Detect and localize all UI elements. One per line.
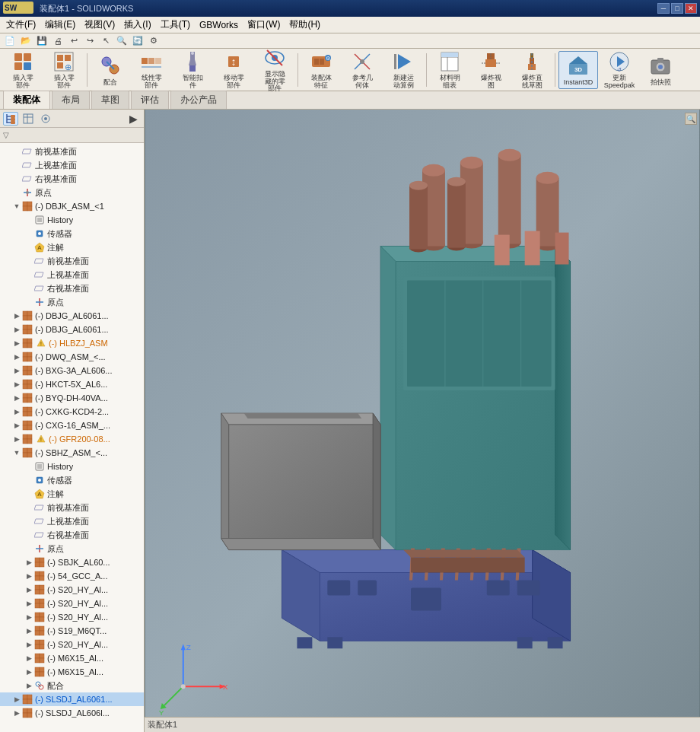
tree-item-annot1[interactable]: A 注解 — [0, 240, 144, 254]
toolbar-insert-parts2[interactable]: ⊕ 插入零部件 — [44, 51, 84, 89]
toolbar-linear-parts[interactable]: 线性零部件 — [132, 51, 171, 89]
tree-item-hkct[interactable]: ▶ (-) HKCT-5X_AL6... — [0, 377, 144, 391]
qt-save[interactable]: 💾 — [35, 34, 49, 48]
qt-options[interactable]: ⚙ — [147, 34, 161, 48]
svg-rect-169 — [35, 599, 40, 603]
tree-item-gfr200[interactable]: ▶ ! (-) GFR200-08... — [0, 432, 144, 446]
svg-rect-82 — [27, 206, 32, 211]
tree-item-sensor1[interactable]: 传感器 — [0, 227, 144, 240]
tree-item-right-plane3[interactable]: 右视基准面 — [0, 528, 144, 542]
qt-open[interactable]: 📂 — [19, 34, 33, 48]
menu-edit[interactable]: 编辑(E) — [40, 17, 80, 33]
svg-rect-186 — [40, 654, 44, 658]
svg-point-238 — [460, 157, 483, 169]
qt-print[interactable]: 🖨 — [51, 34, 65, 48]
tree-item-front-plane2[interactable]: 前视基准面 — [0, 254, 144, 268]
tree-item-right-plane[interactable]: 右视基准面 — [0, 172, 144, 186]
tree-item-m6x15-2[interactable]: ▶ (-) M6X15_Al... — [0, 665, 144, 679]
toolbar-bom[interactable]: 材料明细表 — [430, 51, 469, 89]
menu-gbworks[interactable]: GBWorks — [195, 18, 243, 32]
toolbar-insert-parts[interactable]: + 插入零部件 — [3, 51, 43, 89]
toolbar-smart-fastener[interactable]: 智能扣件 — [173, 51, 212, 89]
qt-redo[interactable]: ↪ — [83, 34, 97, 48]
tree-item-history2[interactable]: History — [0, 460, 144, 473]
toolbar-mate[interactable]: 配合 — [91, 51, 130, 89]
tree-item-sensor2[interactable]: 传感器 — [0, 473, 144, 487]
menu-tools[interactable]: 工具(T) — [156, 17, 195, 33]
tree-item-annot2[interactable]: A 注解 — [0, 487, 144, 501]
menu-insert[interactable]: 插入(I) — [119, 17, 155, 33]
tab-office[interactable]: 办公产品 — [170, 91, 227, 109]
toolbar-ref-geometry[interactable]: 参考几何体 — [342, 51, 382, 89]
svg-rect-177 — [35, 626, 40, 631]
toolbar-show-hidden[interactable]: 显示隐藏的零部件 — [255, 51, 294, 89]
toolbar-assembly-feature[interactable]: ⚙ 装配体特征 — [301, 51, 341, 89]
svg-point-78 — [26, 191, 29, 194]
menu-file[interactable]: 文件(F) — [2, 17, 40, 33]
maximize-button[interactable]: □ — [671, 3, 683, 14]
tab-assemble[interactable]: 装配体 — [3, 91, 50, 109]
close-button[interactable]: ✕ — [685, 3, 697, 14]
qt-select[interactable]: ↖ — [99, 34, 113, 48]
tree-item-sbhz[interactable]: ▼ (-) SBHZ_ASM_<... — [0, 446, 144, 460]
toolbar-explode-view[interactable]: 爆炸视图 — [471, 51, 511, 89]
tree-item-cxkg[interactable]: ▶ (-) CXKG-KCD4-2... — [0, 405, 144, 419]
tree-item-s20-1[interactable]: ▶ (-) S20_HY_Al... — [0, 583, 144, 597]
toolbar-speedpak[interactable]: ↺ 更新Speedpak — [600, 51, 639, 89]
tree-item-origin3[interactable]: 原点 — [0, 542, 144, 555]
tree-item-origin[interactable]: 原点 — [0, 186, 144, 199]
tree-item-s20-2[interactable]: ▶ (-) S20_HY_Al... — [0, 597, 144, 610]
svg-marker-262 — [403, 550, 525, 558]
qt-rebuild[interactable]: 🔄 — [131, 34, 145, 48]
tab-evaluate[interactable]: 评估 — [131, 91, 169, 109]
tree-item-top-plane2[interactable]: 上视基准面 — [0, 268, 144, 282]
qt-zoom-fit[interactable]: 🔍 — [115, 34, 129, 48]
tree-item-sbjk[interactable]: ▶ (-) SBJK_AL60... — [0, 555, 144, 569]
tree-item-dbjk-asm[interactable]: ▼ (-) DBJK_ASM_<1 — [0, 199, 144, 213]
tree-item-hlbzj[interactable]: ▶ ! (-) HLBZJ_ASM — [0, 336, 144, 350]
tree-item-s20-4[interactable]: ▶ (-) S20_HY_Al... — [0, 638, 144, 651]
tree-item-bxg[interactable]: ▶ (-) BXG-3A_AL606... — [0, 364, 144, 377]
tree-item-history1[interactable]: History — [0, 213, 144, 227]
toolbar-move-parts[interactable]: ↕ 移动零部件 — [214, 51, 253, 89]
tree-item-top-plane3[interactable]: 上视基准面 — [0, 514, 144, 528]
tree-item-mate[interactable]: ▶ 配合 — [0, 679, 144, 692]
tree-item-m6x15-1[interactable]: ▶ (-) M6X15_Al... — [0, 651, 144, 665]
tree-item-front-plane3[interactable]: 前视基准面 — [0, 501, 144, 514]
minimize-button[interactable]: ─ — [657, 3, 670, 14]
config-icon[interactable] — [38, 112, 53, 126]
feature-tree[interactable]: 前视基准面 上视基准面 右视基准面 — [0, 143, 144, 732]
tree-item-s19[interactable]: ▶ (-) S19_M6QT... — [0, 624, 144, 638]
tree-item-top-plane[interactable]: 上视基准面 — [0, 158, 144, 172]
zoom-indicator[interactable]: 🔍 — [685, 113, 697, 125]
tree-item-dwq[interactable]: ▶ (-) DWQ_ASM_<... — [0, 350, 144, 364]
svg-rect-111 — [27, 352, 32, 357]
tree-item-54gcc[interactable]: ▶ (-) 54_GCC_A... — [0, 569, 144, 583]
qt-new[interactable]: 📄 — [3, 34, 17, 48]
toolbar-explode-line[interactable]: 爆炸直线草图 — [512, 51, 552, 89]
tree-item-s20-3[interactable]: ▶ (-) S20_HY_Al... — [0, 610, 144, 624]
tree-item-slsdj2[interactable]: ▶ (-) SLSDJ_AL606l... — [0, 706, 144, 720]
expand-panel-icon[interactable]: ▶ — [126, 112, 141, 126]
feature-tree-icon[interactable] — [3, 112, 18, 126]
tree-item-slsdj1[interactable]: ▶ (-) SLSDJ_AL6061... — [0, 692, 144, 706]
tab-layout[interactable]: 布局 — [52, 91, 90, 109]
menu-view[interactable]: 视图(V) — [80, 17, 119, 33]
menu-window[interactable]: 窗口(W) — [243, 17, 285, 33]
tree-item-origin2[interactable]: 原点 — [0, 295, 144, 309]
tree-item-dbjg2[interactable]: ▶ (-) DBJG_AL6061... — [0, 323, 144, 336]
tree-item-cxg16[interactable]: ▶ (-) CXG-16_ASM_... — [0, 419, 144, 432]
toolbar-new-motion[interactable]: 新建运动算例 — [383, 51, 423, 89]
property-icon[interactable] — [21, 112, 36, 126]
viewport[interactable]: Z X Y 🔍 装配体1 — [145, 110, 700, 732]
menu-help[interactable]: 帮助(H) — [285, 17, 325, 33]
tab-sketch[interactable]: 草图 — [91, 91, 129, 109]
tree-item-byq[interactable]: ▶ (-) BYQ-DH-40VA... — [0, 391, 144, 405]
qt-undo[interactable]: ↩ — [67, 34, 81, 48]
tree-item-dbjg1[interactable]: ▶ (-) DBJG_AL6061... — [0, 309, 144, 323]
tree-item-front-plane[interactable]: 前视基准面 — [0, 145, 144, 158]
tree-item-right-plane2[interactable]: 右视基准面 — [0, 282, 144, 295]
svg-rect-117 — [27, 371, 32, 375]
toolbar-instant3d[interactable]: 3D Instant3D — [558, 51, 598, 89]
toolbar-snapshot[interactable]: 拍快照 — [641, 51, 680, 89]
